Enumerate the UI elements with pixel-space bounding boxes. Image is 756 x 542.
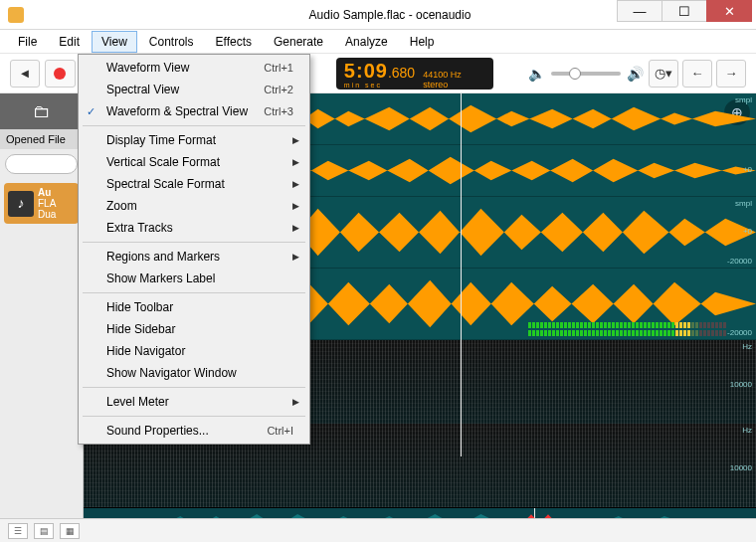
- minimize-button[interactable]: —: [617, 0, 662, 22]
- menu-item-label: Show Markers Label: [106, 271, 215, 285]
- toolbar-right: ◷▾ ← →: [649, 60, 746, 88]
- menu-item-waveform-view[interactable]: Waveform ViewCtrl+1: [81, 57, 307, 79]
- time-info: 44100 Hz stereo: [423, 70, 462, 90]
- submenu-arrow-icon: ▶: [292, 223, 299, 233]
- channels: stereo: [423, 80, 462, 90]
- menu-analyze[interactable]: Analyze: [335, 31, 398, 53]
- prev-button[interactable]: ←: [682, 60, 712, 88]
- ruler-zero: +0: [743, 165, 752, 174]
- sidebar-header[interactable]: 🗀: [0, 93, 83, 129]
- record-icon: [54, 68, 66, 80]
- vu-meter-right: [528, 330, 726, 336]
- menu-file[interactable]: File: [8, 31, 47, 53]
- menu-item-label: Display Time Format: [106, 133, 216, 147]
- time-millis: .680: [388, 65, 415, 81]
- menu-shortcut: Ctrl+1: [264, 62, 293, 74]
- volume-thumb[interactable]: [569, 68, 581, 80]
- menu-separator: [83, 242, 305, 243]
- menu-item-label: Level Meter: [106, 395, 169, 409]
- submenu-arrow-icon: ▶: [292, 135, 299, 145]
- menu-generate[interactable]: Generate: [264, 31, 333, 53]
- menu-item-label: Waveform & Spectral View: [106, 104, 248, 118]
- volume-low-icon: 🔈: [528, 66, 545, 82]
- back-button[interactable]: ◄: [10, 60, 40, 88]
- time-display: 5:09.680 min sec 44100 Hz stereo: [336, 58, 493, 90]
- navigator-waveform[interactable]: [84, 508, 756, 518]
- menu-item-hide-sidebar[interactable]: Hide Sidebar: [81, 318, 307, 340]
- menu-separator: [83, 387, 305, 388]
- menu-separator: [83, 416, 305, 417]
- submenu-arrow-icon: ▶: [292, 179, 299, 189]
- menu-item-spectral-scale-format[interactable]: Spectral Scale Format▶: [81, 173, 307, 195]
- volume-control[interactable]: 🔈 🔊: [528, 66, 644, 82]
- menu-item-display-time-format[interactable]: Display Time Format▶: [81, 129, 307, 151]
- ruler-hz-2: Hz: [742, 426, 752, 435]
- menu-controls[interactable]: Controls: [139, 31, 204, 53]
- menu-bar: File Edit View Controls Effects Generate…: [0, 30, 756, 54]
- view-mode-detail[interactable]: ▤: [34, 523, 54, 539]
- file-item-title: Au: [38, 187, 56, 198]
- menu-item-show-markers-label[interactable]: Show Markers Label: [81, 268, 307, 289]
- menu-item-label: Sound Properties...: [106, 424, 209, 438]
- volume-slider[interactable]: [551, 72, 621, 76]
- menu-view[interactable]: View: [92, 31, 137, 53]
- ruler-neg-2: -20000: [727, 328, 752, 337]
- menu-effects[interactable]: Effects: [206, 31, 262, 53]
- next-button[interactable]: →: [716, 60, 746, 88]
- maximize-button[interactable]: ☐: [662, 0, 707, 22]
- menu-item-label: Vertical Scale Format: [106, 155, 220, 169]
- menu-item-hide-toolbar[interactable]: Hide Toolbar: [81, 296, 307, 318]
- ruler-hz10k: 10000: [730, 380, 752, 389]
- menu-item-label: Hide Sidebar: [106, 322, 175, 336]
- menu-help[interactable]: Help: [400, 31, 445, 53]
- ruler-zero-2: +0: [743, 227, 752, 236]
- file-list-item[interactable]: ♪ Au FLA Dua: [4, 183, 79, 224]
- menu-item-label: Spectral View: [106, 83, 179, 96]
- menu-item-sound-properties[interactable]: Sound Properties...Ctrl+I: [81, 420, 307, 442]
- menu-item-label: Show Navigator Window: [106, 366, 237, 380]
- navigator[interactable]: 00:00.000 01:00.000 02:00.000 03:00.000 …: [84, 507, 756, 518]
- file-thumb-icon: ♪: [8, 191, 34, 217]
- sample-rate: 44100 Hz: [423, 70, 462, 80]
- view-mode-list[interactable]: ☰: [8, 523, 28, 539]
- ruler-hz: Hz: [742, 342, 752, 351]
- check-icon: ✓: [87, 105, 95, 118]
- file-item-line2: FLA: [38, 198, 56, 209]
- time-main: 5:09: [344, 60, 388, 83]
- app-icon: [8, 7, 24, 23]
- submenu-arrow-icon: ▶: [292, 252, 299, 262]
- menu-item-waveform-spectral-view[interactable]: ✓Waveform & Spectral ViewCtrl+3: [81, 100, 307, 122]
- menu-item-zoom[interactable]: Zoom▶: [81, 195, 307, 217]
- menu-item-label: Hide Navigator: [106, 344, 185, 358]
- menu-edit[interactable]: Edit: [49, 31, 90, 53]
- menu-item-level-meter[interactable]: Level Meter▶: [81, 391, 307, 413]
- menu-separator: [83, 292, 305, 293]
- menu-item-label: Regions and Markers: [106, 250, 220, 264]
- record-button[interactable]: [45, 60, 77, 88]
- main-playhead[interactable]: [461, 93, 462, 456]
- menu-shortcut: Ctrl+2: [264, 84, 293, 95]
- menu-item-label: Hide Toolbar: [106, 300, 173, 314]
- menu-item-hide-navigator[interactable]: Hide Navigator: [81, 340, 307, 362]
- submenu-arrow-icon: ▶: [292, 157, 299, 167]
- history-button[interactable]: ◷▾: [649, 60, 678, 88]
- menu-item-regions-and-markers[interactable]: Regions and Markers▶: [81, 246, 307, 268]
- sidebar: 🗀 Opened File ♪ Au FLA Dua: [0, 93, 84, 518]
- menu-item-extra-tracks[interactable]: Extra Tracks▶: [81, 217, 307, 239]
- file-item-text: Au FLA Dua: [38, 187, 56, 220]
- menu-shortcut: Ctrl+I: [267, 425, 293, 437]
- menu-item-label: Spectral Scale Format: [106, 177, 225, 191]
- time-sub-label: min sec: [344, 82, 382, 89]
- view-mode-grid[interactable]: ▦: [60, 523, 80, 539]
- ruler-smpl-2: smpl: [735, 199, 752, 208]
- ruler-smpl: smpl: [735, 95, 752, 104]
- window-controls: — ☐ ✕: [618, 0, 752, 22]
- submenu-arrow-icon: ▶: [292, 201, 299, 211]
- menu-item-vertical-scale-format[interactable]: Vertical Scale Format▶: [81, 151, 307, 173]
- menu-item-show-navigator-window[interactable]: Show Navigator Window: [81, 362, 307, 384]
- search-input[interactable]: [5, 154, 78, 174]
- menu-item-spectral-view[interactable]: Spectral ViewCtrl+2: [81, 79, 307, 100]
- close-button[interactable]: ✕: [706, 0, 752, 22]
- folder-icon: 🗀: [33, 101, 51, 122]
- ruler-neg: -20000: [727, 257, 752, 266]
